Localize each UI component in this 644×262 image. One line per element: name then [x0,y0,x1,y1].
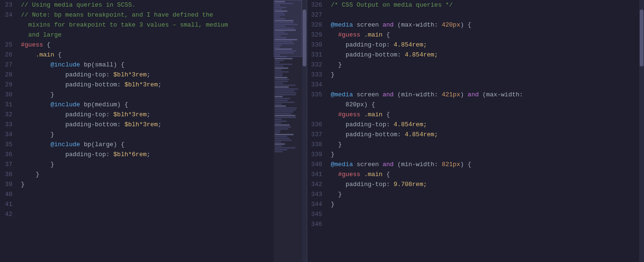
left-editor-pane: 2324 25262728293031323334353637383940414… [0,0,307,262]
left-minimap-viewport [274,0,302,57]
right-code-content: /* CSS Output on media queries */ @media… [327,0,639,262]
right-editor-pane: 326327328329330331332333334335 336337338… [307,0,644,262]
left-scrollbar-thumb[interactable] [303,9,306,66]
left-line-numbers: 2324 25262728293031323334353637383940414… [0,0,17,262]
right-scrollbar-thumb[interactable] [640,9,644,66]
right-line-numbers: 326327328329330331332333334335 336337338… [307,0,327,262]
right-scrollbar[interactable] [639,0,644,262]
left-code-content: // Using media queries in SCSS.// Note: … [17,0,274,262]
left-scrollbar[interactable] [302,0,307,262]
left-minimap [274,0,302,262]
